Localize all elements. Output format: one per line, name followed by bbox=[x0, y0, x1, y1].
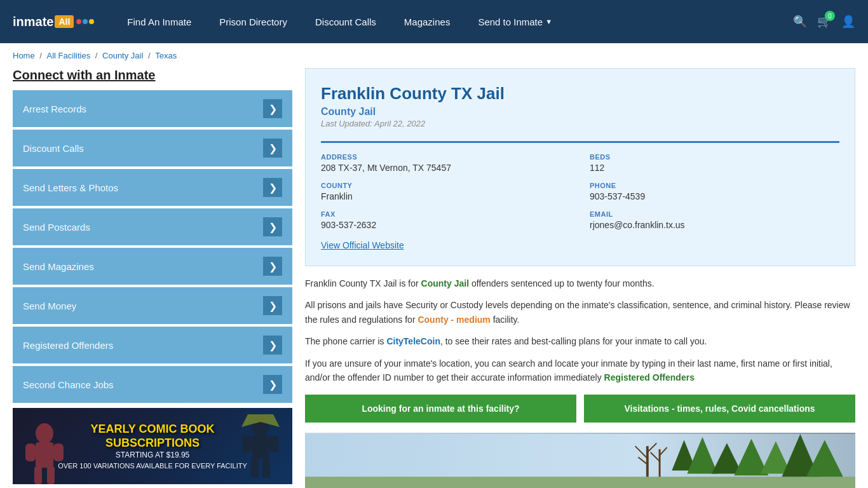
sidebar-label-arrest-records: Arrest Records bbox=[23, 104, 86, 114]
svg-rect-14 bbox=[305, 477, 855, 488]
facility-name: Franklin County TX Jail bbox=[321, 84, 839, 104]
sidebar-arrow-send-money: ❯ bbox=[263, 296, 282, 315]
ad-title-line1: YEARLY COMIC BOOK bbox=[58, 423, 247, 437]
visitations-button[interactable]: Visitations - times, rules, Covid cancel… bbox=[584, 395, 855, 423]
svg-rect-11 bbox=[262, 458, 270, 478]
svg-point-0 bbox=[36, 423, 53, 444]
content-area: Franklin County TX Jail County Jail Last… bbox=[305, 68, 855, 488]
svg-rect-1 bbox=[36, 442, 53, 468]
search-icon[interactable]: 🔍 bbox=[793, 15, 807, 29]
main-content: Connect with an Inmate Arrest Records ❯ … bbox=[0, 68, 868, 488]
fax-label: FAX bbox=[321, 210, 571, 218]
facility-card: Franklin County TX Jail County Jail Last… bbox=[305, 68, 855, 266]
header-icons: 🔍 🛒 0 👤 bbox=[793, 15, 855, 29]
facility-landscape-icon bbox=[305, 433, 855, 488]
sidebar-arrow-send-magazines: ❯ bbox=[263, 257, 282, 276]
beds-label: BEDS bbox=[590, 153, 839, 161]
fax-value: 903-537-2632 bbox=[321, 220, 571, 230]
address-label: ADDRESS bbox=[321, 153, 571, 161]
sidebar-item-discount-calls[interactable]: Discount Calls ❯ bbox=[13, 130, 292, 166]
citytelecoin-link[interactable]: CityTeleCoin bbox=[386, 336, 440, 346]
ad-subtitle: OVER 100 VARIATIONS AVAILABLE FOR EVERY … bbox=[58, 462, 247, 470]
svg-rect-7 bbox=[252, 435, 269, 459]
facility-type: County Jail bbox=[321, 106, 839, 118]
breadcrumb-county-jail[interactable]: County Jail bbox=[102, 51, 143, 60]
breadcrumb-texas[interactable]: Texas bbox=[155, 51, 177, 60]
sidebar-item-send-letters[interactable]: Send Letters & Photos ❯ bbox=[13, 169, 292, 206]
breadcrumb: Home / All Facilities / County Jail / Te… bbox=[0, 43, 868, 68]
phone-info: PHONE 903-537-4539 bbox=[590, 182, 839, 201]
description-para2: All prisons and jails have Security or C… bbox=[305, 298, 855, 327]
nav-find-inmate[interactable]: Find An Inmate bbox=[113, 17, 205, 27]
address-value: 208 TX-37, Mt Vernon, TX 75457 bbox=[321, 163, 571, 173]
breadcrumb-home[interactable]: Home bbox=[13, 51, 35, 60]
description-para3: The phone carrier is CityTeleCoin, to se… bbox=[305, 334, 855, 348]
breadcrumb-all-facilities[interactable]: All Facilities bbox=[47, 51, 91, 60]
address-info: ADDRESS 208 TX-37, Mt Vernon, TX 75457 bbox=[321, 153, 571, 173]
ad-banner[interactable]: YEARLY COMIC BOOK SUBSCRIPTIONS STARTING… bbox=[13, 408, 292, 484]
sidebar-label-send-magazines: Send Magazines bbox=[23, 261, 94, 272]
main-header: inmate AII Find An Inmate Prison Directo… bbox=[0, 0, 868, 43]
cart-icon[interactable]: 🛒 0 bbox=[817, 15, 831, 29]
email-info: EMAIL rjones@co.franklin.tx.us bbox=[590, 210, 839, 230]
fax-info: FAX 903-537-2632 bbox=[321, 210, 571, 230]
nav-send-to-inmate[interactable]: Send to Inmate ▼ bbox=[464, 17, 566, 27]
county-medium-link[interactable]: County - medium bbox=[417, 315, 490, 325]
find-inmate-button[interactable]: Looking for an inmate at this facility? bbox=[305, 395, 576, 423]
dropdown-arrow-icon: ▼ bbox=[545, 18, 552, 25]
official-website-link[interactable]: View Official Website bbox=[321, 240, 404, 250]
ad-price: STARTING AT $19.95 bbox=[58, 451, 247, 459]
sidebar-label-send-money: Send Money bbox=[23, 301, 76, 311]
sidebar-label-send-letters: Send Letters & Photos bbox=[23, 182, 118, 193]
sidebar-arrow-discount-calls: ❯ bbox=[263, 139, 282, 158]
sidebar-label-send-postcards: Send Postcards bbox=[23, 222, 90, 233]
facility-updated: Last Updated: April 22, 2022 bbox=[321, 119, 839, 128]
user-icon[interactable]: 👤 bbox=[841, 15, 855, 29]
county-value: Franklin bbox=[321, 191, 571, 201]
sidebar-title: Connect with an Inmate bbox=[13, 68, 292, 83]
sidebar-label-discount-calls: Discount Calls bbox=[23, 143, 84, 154]
phone-value: 903-537-4539 bbox=[590, 191, 839, 201]
facility-info-grid: ADDRESS 208 TX-37, Mt Vernon, TX 75457 B… bbox=[321, 141, 839, 230]
main-nav: Find An Inmate Prison Directory Discount… bbox=[113, 17, 793, 27]
sidebar-arrow-second-chance-jobs: ❯ bbox=[263, 375, 282, 394]
email-value: rjones@co.franklin.tx.us bbox=[590, 220, 839, 230]
nav-discount-calls[interactable]: Discount Calls bbox=[301, 17, 390, 27]
svg-rect-4 bbox=[34, 466, 42, 484]
cart-badge: 0 bbox=[825, 11, 835, 21]
logo-all-text: AII bbox=[55, 15, 74, 28]
email-label: EMAIL bbox=[590, 210, 839, 218]
registered-offenders-link[interactable]: Registered Offenders bbox=[604, 372, 695, 383]
county-label: COUNTY bbox=[321, 182, 571, 189]
ad-content: YEARLY COMIC BOOK SUBSCRIPTIONS STARTING… bbox=[58, 423, 247, 469]
logo-text: inmate bbox=[13, 15, 53, 29]
beds-value: 112 bbox=[590, 163, 839, 173]
svg-rect-5 bbox=[47, 466, 55, 484]
county-jail-link[interactable]: County Jail bbox=[421, 278, 469, 288]
ad-title-line2: SUBSCRIPTIONS bbox=[58, 437, 247, 451]
sidebar-arrow-arrest-records: ❯ bbox=[263, 99, 282, 118]
description-para1: Franklin County TX Jail is for County Ja… bbox=[305, 276, 855, 290]
nav-magazines[interactable]: Magazines bbox=[390, 17, 465, 27]
logo-decoration bbox=[76, 19, 94, 24]
svg-rect-9 bbox=[269, 436, 279, 452]
sidebar-item-arrest-records[interactable]: Arrest Records ❯ bbox=[13, 90, 292, 127]
county-info: COUNTY Franklin bbox=[321, 182, 571, 201]
sidebar-item-send-postcards[interactable]: Send Postcards ❯ bbox=[13, 208, 292, 245]
sidebar-item-send-magazines[interactable]: Send Magazines ❯ bbox=[13, 248, 292, 285]
description-area: Franklin County TX Jail is for County Ja… bbox=[305, 276, 855, 384]
beds-info: BEDS 112 bbox=[590, 153, 839, 173]
sidebar-item-send-money[interactable]: Send Money ❯ bbox=[13, 287, 292, 324]
sidebar: Connect with an Inmate Arrest Records ❯ … bbox=[13, 68, 292, 484]
nav-prison-directory[interactable]: Prison Directory bbox=[205, 17, 301, 27]
sidebar-item-registered-offenders[interactable]: Registered Offenders ❯ bbox=[13, 327, 292, 363]
sidebar-arrow-registered-offenders: ❯ bbox=[263, 336, 282, 355]
sidebar-arrow-send-postcards: ❯ bbox=[263, 217, 282, 236]
svg-rect-2 bbox=[25, 444, 36, 461]
description-para4: If you are unsure of your inmate's locat… bbox=[305, 356, 855, 385]
sidebar-label-second-chance-jobs: Second Chance Jobs bbox=[23, 379, 114, 390]
action-buttons: Looking for an inmate at this facility? … bbox=[305, 395, 855, 423]
sidebar-item-second-chance-jobs[interactable]: Second Chance Jobs ❯ bbox=[13, 366, 292, 403]
svg-rect-10 bbox=[251, 458, 259, 478]
site-logo[interactable]: inmate AII bbox=[13, 15, 94, 29]
